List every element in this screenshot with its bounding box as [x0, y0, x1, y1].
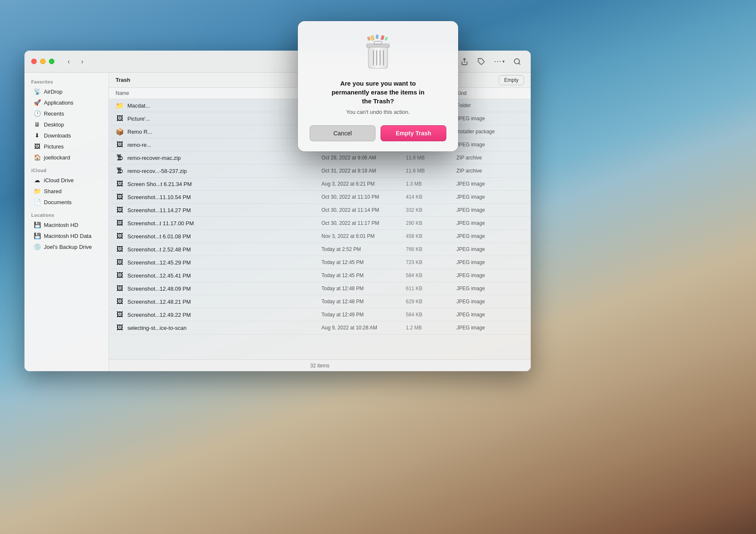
file-name-cell: 🖼 Screenshot...t 2.52.48 PM — [116, 245, 321, 254]
file-size-cell: 1.2 MB — [406, 325, 456, 331]
sidebar-item-recents[interactable]: 🕐 Recents — [27, 108, 106, 119]
table-row[interactable]: 🗜 remo-recover-mac.zip Oct 28, 2022 at 9… — [109, 151, 531, 165]
file-name-cell: 🖼 Screenshot...t 11.17.00 PM — [116, 219, 321, 227]
file-icon: 🖼 — [116, 324, 124, 332]
table-row[interactable]: 🗜 remo-recov...-58-237.zip Oct 31, 2022 … — [109, 165, 531, 178]
close-button[interactable] — [31, 59, 37, 64]
sidebar-item-macintosh-hd[interactable]: 💾 Macintosh HD — [27, 219, 106, 230]
file-size-cell: 11.6 MB — [406, 168, 456, 174]
ellipsis-icon: ··· — [494, 57, 502, 66]
recents-icon: 🕐 — [34, 110, 40, 117]
maximize-button[interactable] — [49, 59, 54, 64]
file-kind-cell: JPEG image — [456, 299, 524, 305]
file-kind-cell: JPEG image — [456, 312, 524, 318]
svg-rect-7 — [384, 37, 388, 41]
file-date-cell: Today at 12:45 PM — [321, 272, 406, 278]
search-button[interactable] — [510, 55, 524, 68]
sidebar-item-backup-drive[interactable]: 💿 Joel's Backup Drive — [27, 241, 106, 252]
file-name-text: Screenshot...t 11.17.00 PM — [127, 220, 194, 227]
file-size-cell: 766 KB — [406, 246, 456, 252]
col-kind-header: Kind — [456, 90, 524, 96]
sidebar-section-icloud: iCloud ☁ iCloud Drive 📁 Shared 📄 Documen… — [24, 166, 108, 208]
file-kind-cell: ZIP archive — [456, 168, 524, 174]
tag-button[interactable] — [475, 55, 488, 68]
file-name-text: Remo R... — [127, 129, 152, 135]
file-size-cell: 723 KB — [406, 259, 456, 265]
table-row[interactable]: 🖼 Screenshot...12.49.22 PM Today at 12:4… — [109, 308, 531, 321]
file-kind-cell: JPEG image — [456, 233, 524, 239]
empty-button[interactable]: Empty — [499, 75, 524, 85]
file-name-cell: 🖼 Screenshot...12.45.41 PM — [116, 271, 321, 280]
file-icon: 🖼 — [116, 114, 124, 123]
file-name-text: Screenshot...11.14.27 PM — [127, 207, 191, 213]
table-row[interactable]: 🖼 Screenshot...t 2.52.48 PM Today at 2:5… — [109, 243, 531, 256]
file-size-cell: 629 KB — [406, 299, 456, 305]
file-kind-cell: JPEG image — [456, 116, 524, 121]
sidebar-item-documents[interactable]: 📄 Documents — [27, 197, 106, 208]
back-button[interactable]: ‹ — [63, 56, 75, 67]
table-row[interactable]: 🖼 Screenshot...12.45.41 PM Today at 12:4… — [109, 269, 531, 282]
dialog-subtitle: You can't undo this action. — [346, 109, 410, 115]
table-row[interactable]: 🖼 Screenshot...11.10.54 PM Oct 30, 2022 … — [109, 191, 531, 204]
minimize-button[interactable] — [40, 59, 46, 64]
table-row[interactable]: 🖼 Screen Sho...t 6.21.34 PM Aug 3, 2022 … — [109, 178, 531, 191]
file-kind-cell: JPEG image — [456, 325, 524, 331]
sidebar-item-pictures[interactable]: 🖼 Pictures — [27, 141, 106, 152]
dialog-buttons: Cancel Empty Trash — [310, 125, 446, 141]
sidebar-item-airdrop[interactable]: 📡 AirDrop — [27, 86, 106, 97]
sidebar-item-desktop[interactable]: 🖥 Desktop — [27, 119, 106, 130]
search-icon — [513, 58, 521, 65]
table-row[interactable]: 🖼 Screenshot...12.48.09 PM Today at 12:4… — [109, 282, 531, 295]
empty-trash-dialog: Are you sure you want topermanently eras… — [298, 21, 458, 151]
sidebar-section-locations: Locations 💾 Macintosh HD 💾 Macintosh HD … — [24, 211, 108, 252]
file-kind-cell: JPEG image — [456, 286, 524, 291]
sidebar-item-macintosh-hd-data[interactable]: 💾 Macintosh HD Data — [27, 230, 106, 241]
home-icon: 🏠 — [34, 154, 40, 161]
file-icon: 🗜 — [116, 167, 124, 175]
empty-trash-button[interactable]: Empty Trash — [381, 125, 446, 141]
downloads-icon: ⬇ — [34, 132, 40, 139]
sidebar-item-shared[interactable]: 📁 Shared — [27, 186, 106, 197]
file-name-text: Screenshot...12.49.22 PM — [127, 312, 191, 318]
file-icon: 🖼 — [116, 180, 124, 188]
svg-rect-5 — [376, 35, 379, 39]
file-date-cell: Today at 12:45 PM — [321, 259, 406, 265]
desktop-icon: 🖥 — [34, 121, 40, 128]
file-name-text: Screen Sho...t 6.21.34 PM — [127, 181, 192, 187]
chevron-down-icon2: ▾ — [502, 59, 505, 64]
file-name-cell: 🗜 remo-recover-mac.zip — [116, 154, 321, 162]
file-icon: 🖼 — [116, 232, 124, 240]
locations-section-title: Locations — [24, 211, 108, 219]
file-date-cell: Nov 3, 2022 at 6:01 PM — [321, 233, 406, 239]
file-icon: 🖼 — [116, 271, 124, 280]
share-button[interactable] — [458, 55, 471, 68]
airdrop-label: AirDrop — [44, 89, 62, 95]
sidebar-item-applications[interactable]: 🚀 Applications — [27, 97, 106, 108]
sidebar-item-downloads[interactable]: ⬇ Downloads — [27, 130, 106, 141]
table-row[interactable]: 🖼 Screenshot...12.48.21 PM Today at 12:4… — [109, 295, 531, 308]
cancel-button[interactable]: Cancel — [310, 125, 375, 141]
file-name-text: Picture'... — [127, 116, 150, 122]
downloads-label: Downloads — [44, 132, 71, 139]
file-icon: 🖼 — [116, 258, 124, 267]
table-row[interactable]: 🖼 Screenshot...11.14.27 PM Oct 30, 2022 … — [109, 204, 531, 217]
table-row[interactable]: 🖼 selecting-st...ice-to-scan Aug 9, 2022… — [109, 321, 531, 334]
svg-rect-11 — [368, 47, 388, 68]
file-name-text: Screenshot...12.48.09 PM — [127, 286, 191, 292]
forward-button[interactable]: › — [76, 56, 88, 67]
file-kind-cell: ZIP archive — [456, 155, 524, 161]
table-row[interactable]: 🖼 Screenshot...12.45.29 PM Today at 12:4… — [109, 256, 531, 269]
file-size-cell: 611 KB — [406, 286, 456, 291]
sidebar-item-home[interactable]: 🏠 joellockard — [27, 152, 106, 163]
macintosh-hd-data-label: Macintosh HD Data — [44, 233, 92, 239]
table-row[interactable]: 🖼 Screenshot...t 6.01.08 PM Nov 3, 2022 … — [109, 230, 531, 243]
file-kind-cell: Installer package — [456, 129, 524, 135]
icloud-section-title: iCloud — [24, 166, 108, 175]
table-row[interactable]: 🖼 Screenshot...t 11.17.00 PM Oct 30, 202… — [109, 217, 531, 230]
svg-rect-8 — [367, 36, 371, 41]
icloud-drive-label: iCloud Drive — [44, 177, 74, 183]
file-kind-cell: JPEG image — [456, 142, 524, 148]
sidebar-item-icloud-drive[interactable]: ☁ iCloud Drive — [27, 175, 106, 186]
backup-drive-label: Joel's Backup Drive — [44, 244, 92, 250]
more-options-button[interactable]: ··· ▾ — [491, 55, 507, 67]
